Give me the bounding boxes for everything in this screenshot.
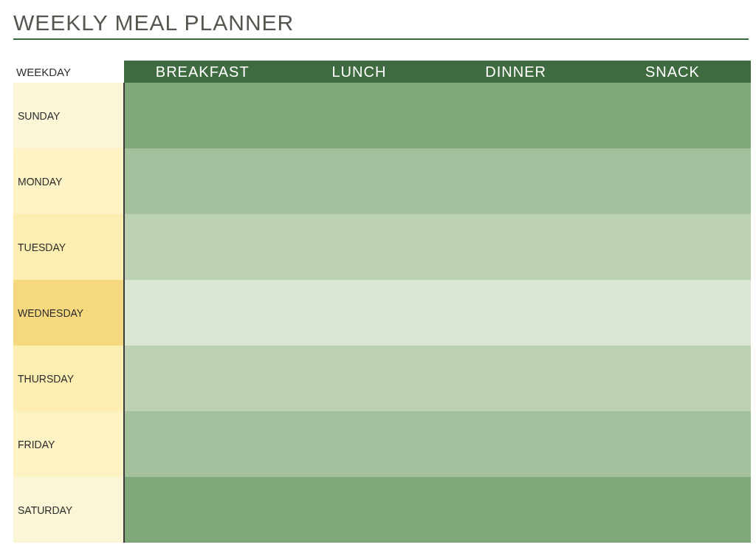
row-friday: FRIDAY bbox=[13, 411, 751, 477]
meal-planner-page: WEEKLY MEAL PLANNER WEEKDAY BREAKFAST LU… bbox=[0, 0, 756, 543]
cell-friday-lunch[interactable] bbox=[281, 411, 437, 477]
cell-sunday-lunch[interactable] bbox=[281, 83, 437, 148]
row-thursday: THURSDAY bbox=[13, 346, 751, 411]
cell-monday-lunch[interactable] bbox=[281, 148, 437, 214]
row-saturday: SATURDAY bbox=[13, 477, 751, 543]
cell-tuesday-breakfast[interactable] bbox=[124, 214, 281, 280]
cell-monday-breakfast[interactable] bbox=[124, 148, 281, 214]
cell-thursday-lunch[interactable] bbox=[281, 346, 437, 411]
day-label-tuesday: TUESDAY bbox=[13, 214, 124, 280]
title-underline bbox=[13, 38, 749, 40]
cell-wednesday-lunch[interactable] bbox=[281, 280, 437, 346]
page-title: WEEKLY MEAL PLANNER bbox=[13, 10, 749, 35]
meal-planner-table: WEEKDAY BREAKFAST LUNCH DINNER SNACK SUN… bbox=[13, 61, 752, 543]
cell-thursday-breakfast[interactable] bbox=[124, 346, 281, 411]
row-sunday: SUNDAY bbox=[13, 83, 751, 148]
col-breakfast: BREAKFAST bbox=[124, 61, 281, 83]
day-label-friday: FRIDAY bbox=[13, 411, 124, 477]
col-snack: SNACK bbox=[594, 61, 751, 83]
cell-friday-breakfast[interactable] bbox=[124, 411, 281, 477]
cell-sunday-breakfast[interactable] bbox=[124, 83, 281, 148]
day-label-sunday: SUNDAY bbox=[13, 83, 124, 148]
cell-thursday-snack[interactable] bbox=[594, 346, 751, 411]
col-dinner: DINNER bbox=[438, 61, 594, 83]
weekday-heading: WEEKDAY bbox=[13, 61, 124, 83]
row-monday: MONDAY bbox=[13, 148, 751, 214]
cell-wednesday-snack[interactable] bbox=[594, 280, 751, 346]
day-label-thursday: THURSDAY bbox=[13, 346, 124, 411]
cell-tuesday-lunch[interactable] bbox=[281, 214, 437, 280]
row-tuesday: TUESDAY bbox=[13, 214, 751, 280]
cell-sunday-snack[interactable] bbox=[594, 83, 751, 148]
cell-wednesday-dinner[interactable] bbox=[438, 280, 594, 346]
header-row: WEEKDAY BREAKFAST LUNCH DINNER SNACK bbox=[13, 61, 751, 83]
cell-saturday-snack[interactable] bbox=[594, 477, 751, 543]
cell-friday-dinner[interactable] bbox=[438, 411, 594, 477]
cell-wednesday-breakfast[interactable] bbox=[124, 280, 281, 346]
cell-saturday-lunch[interactable] bbox=[281, 477, 437, 543]
cell-saturday-dinner[interactable] bbox=[438, 477, 594, 543]
day-label-monday: MONDAY bbox=[13, 148, 124, 214]
day-label-wednesday: WEDNESDAY bbox=[13, 280, 124, 346]
cell-saturday-breakfast[interactable] bbox=[124, 477, 281, 543]
cell-thursday-dinner[interactable] bbox=[438, 346, 594, 411]
cell-tuesday-snack[interactable] bbox=[594, 214, 751, 280]
cell-friday-snack[interactable] bbox=[594, 411, 751, 477]
day-label-saturday: SATURDAY bbox=[13, 477, 124, 543]
cell-sunday-dinner[interactable] bbox=[438, 83, 594, 148]
cell-monday-snack[interactable] bbox=[594, 148, 751, 214]
cell-monday-dinner[interactable] bbox=[438, 148, 594, 214]
row-wednesday: WEDNESDAY bbox=[13, 280, 751, 346]
cell-tuesday-dinner[interactable] bbox=[438, 214, 594, 280]
col-lunch: LUNCH bbox=[281, 61, 437, 83]
